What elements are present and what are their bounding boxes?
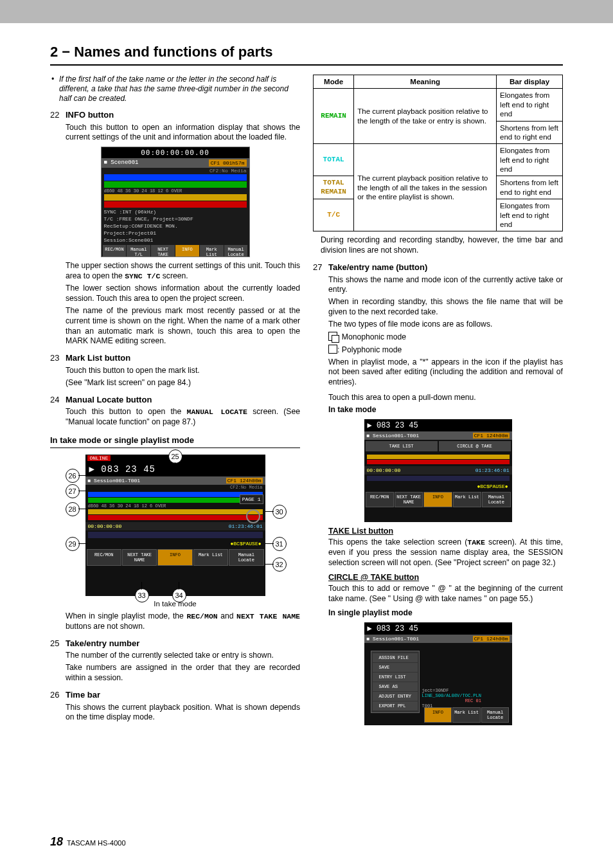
heading-22: 22INFO button: [50, 110, 300, 120]
in-take-mode-heading: In take mode: [328, 405, 563, 415]
heading-26: 26Time bar: [50, 690, 300, 700]
callout-30: 30: [272, 505, 287, 519]
top-bar: [0, 0, 613, 23]
callout-34: 34: [172, 588, 186, 602]
take-mode-figure: ▶ 083 23 45 ■ Session001-T001CF1 124h00m…: [364, 419, 512, 522]
callout-29: 29: [66, 537, 80, 551]
note-bullet: If the first half of the take name or th…: [59, 75, 300, 104]
info-screen-figure: 00:00:00:00.00 ■ Scene001 CF1 001h57m CF…: [101, 147, 250, 257]
monophonic-icon: [328, 332, 337, 341]
callout-26: 26: [66, 469, 80, 483]
callout-31: 31: [272, 537, 287, 551]
chapter-title: 2 − Names and functions of parts: [50, 44, 563, 66]
annotated-figure-wrap: ONLINE ▶ 083 23 45 ■ Session001-T001CF1 …: [63, 455, 288, 596]
circle-take-button-heading: CIRCLE @ TAKE button: [328, 572, 563, 583]
left-column: If the first half of the take name or th…: [50, 75, 300, 729]
heading-24: 24Manual Locate button: [50, 395, 300, 405]
s22-p1: Touch this button to open an information…: [66, 123, 300, 143]
sub-heading-take-mode: In take mode or single playlist mode: [50, 435, 300, 448]
single-playlist-heading: In single playlist mode: [328, 608, 563, 619]
heading-27: 27Take/entry name (button): [313, 262, 563, 273]
single-playlist-figure: ▶ 083 23 45 ■ Session001-T001CF1 124h00m…: [364, 622, 512, 725]
callout-27: 27: [66, 484, 80, 498]
mode-table: Mode Meaning Bar display REMAIN The curr…: [313, 75, 563, 231]
polyphonic-icon: [328, 345, 337, 354]
take-list-button-heading: TAKE List button: [328, 526, 563, 536]
table-note: During recording and recording standby, …: [321, 235, 563, 256]
heading-25: 25Take/entry number: [50, 638, 300, 649]
right-column: Mode Meaning Bar display REMAIN The curr…: [313, 75, 563, 729]
callout-28: 28: [66, 502, 80, 516]
callout-33: 33: [135, 588, 149, 602]
callout-25: 25: [168, 449, 182, 464]
page-footer: 18TASCAM HS-4000: [50, 835, 126, 849]
callout-32: 32: [272, 557, 287, 572]
heading-23: 23Mark List button: [50, 353, 300, 363]
